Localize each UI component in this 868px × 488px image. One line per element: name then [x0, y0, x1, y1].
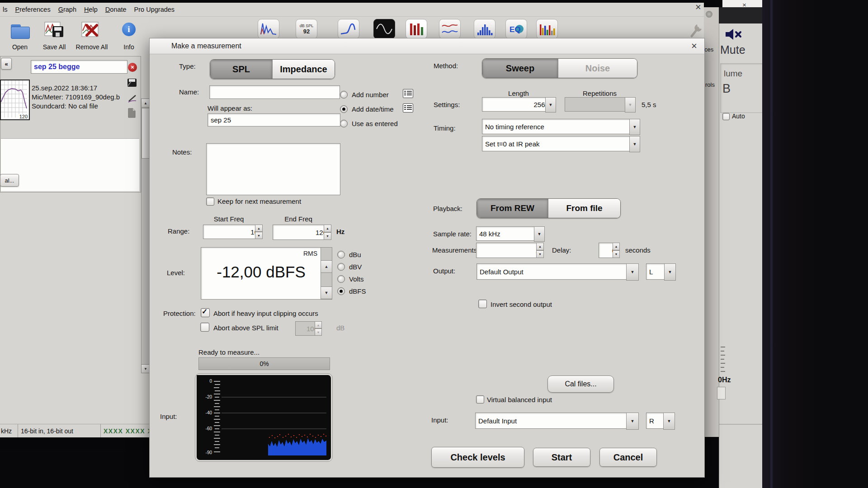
timing-reference-dropdown-icon[interactable] [629, 119, 640, 135]
save-all-button[interactable] [44, 22, 64, 39]
partial-button[interactable]: al... [0, 174, 19, 187]
input-select[interactable]: Default Input [475, 413, 632, 429]
playback-rew-button[interactable]: From REW [477, 199, 548, 218]
add-number-radio[interactable] [340, 91, 348, 99]
measurement-thumbnail[interactable]: 120 [0, 80, 30, 120]
end-freq-down-icon[interactable] [324, 232, 331, 240]
menu-item-graph[interactable]: Graph [58, 6, 76, 13]
start-freq-up-icon[interactable] [255, 225, 263, 232]
volts-radio[interactable] [337, 275, 345, 283]
notes-textarea[interactable] [206, 143, 340, 195]
level-display[interactable]: RMS -12,00 dBFS [201, 247, 321, 300]
auto-label[interactable]: Auto [732, 113, 745, 120]
menu-item-pro-upgrades[interactable]: Pro Upgrades [134, 6, 175, 13]
cal-files-button[interactable]: Cal files... [547, 375, 614, 393]
dbu-label[interactable]: dBu [349, 251, 361, 258]
sample-rate-dropdown-icon[interactable] [534, 226, 545, 242]
mute-label[interactable]: Mute [720, 43, 745, 56]
check-levels-button[interactable]: Check levels [431, 447, 524, 468]
delay-down-icon[interactable] [613, 250, 620, 258]
remove-all-button[interactable] [81, 22, 101, 39]
use-as-entered-radio[interactable] [340, 120, 348, 127]
timing-reference-select[interactable]: No timing reference [482, 119, 636, 134]
save-measurement-icon[interactable] [127, 78, 137, 88]
menu-item-donate[interactable]: Donate [105, 6, 127, 13]
scrollbar-thumb[interactable] [142, 108, 150, 159]
abort-spl-label[interactable]: Abort above SPL limit [213, 324, 278, 332]
dbfs-label[interactable]: dBFS [349, 287, 366, 295]
abort-spl-checkbox[interactable] [200, 323, 209, 332]
cancel-button[interactable]: Cancel [599, 448, 657, 467]
delay-up-icon[interactable] [613, 243, 620, 250]
method-sweep-button[interactable]: Sweep [482, 59, 558, 78]
rta-button[interactable] [474, 19, 495, 39]
number-format-icon[interactable] [403, 89, 413, 98]
name-input[interactable] [209, 85, 340, 99]
dbv-radio[interactable] [337, 263, 345, 271]
keep-label[interactable]: Keep for next measurement [217, 197, 301, 205]
wrench-icon[interactable] [689, 23, 703, 39]
levels-button[interactable] [406, 19, 427, 39]
invert-output-checkbox[interactable] [478, 300, 487, 308]
notes-doc-icon[interactable] [127, 108, 137, 118]
collapse-panel-button[interactable]: « [1, 58, 12, 70]
auto-checkbox[interactable] [722, 113, 730, 120]
main-window-close-icon[interactable] [695, 4, 701, 13]
end-freq-up-icon[interactable] [324, 225, 331, 232]
dialog-titlebar[interactable]: Make a measurement [150, 38, 704, 54]
measurements-down-icon[interactable] [536, 250, 544, 258]
spl-meter-button[interactable]: dB SPL 92 [296, 19, 317, 39]
overlay-button[interactable] [439, 19, 461, 39]
dialog-close-icon[interactable] [691, 42, 697, 52]
menu-item-preferences[interactable]: Preferences [15, 6, 50, 13]
delete-measurement-button[interactable]: × [128, 63, 137, 72]
menu-item-help[interactable]: Help [84, 6, 98, 13]
playback-file-button[interactable]: From file [548, 199, 620, 218]
end-freq-input[interactable]: 120 [273, 225, 330, 240]
datetime-format-icon[interactable] [403, 103, 413, 113]
output-dropdown-icon[interactable] [626, 263, 639, 281]
distortion-button[interactable] [536, 19, 558, 39]
invert-output-label[interactable]: Invert second output [491, 300, 552, 308]
length-select[interactable]: 256k [482, 97, 552, 112]
open-button[interactable] [11, 23, 29, 38]
method-noise-button[interactable]: Noise [558, 59, 637, 78]
measurement-name-field[interactable]: sep 25 begge [31, 60, 127, 74]
eq-button[interactable]: EQ [505, 19, 527, 39]
menu-item-fragment[interactable]: ls [3, 6, 7, 13]
abort-clipping-checkbox[interactable] [201, 308, 210, 317]
sample-rate-select[interactable]: 48 kHz [476, 226, 540, 241]
start-button[interactable]: Start [533, 448, 590, 467]
measurement-list-empty[interactable] [1, 138, 139, 191]
measurements-input[interactable]: 1 [476, 243, 542, 258]
volts-label[interactable]: Volts [349, 275, 364, 283]
input-channel-dropdown-icon[interactable] [663, 413, 675, 430]
virtual-balanced-checkbox[interactable] [476, 395, 484, 404]
start-freq-input[interactable]: 10 [203, 225, 261, 239]
scope-button[interactable] [373, 19, 395, 39]
add-number-label[interactable]: Add number [352, 91, 389, 99]
abort-clipping-label[interactable]: Abort if heavy input clipping occurs [213, 310, 318, 317]
timing-t0-select[interactable]: Set t=0 at IR peak [482, 136, 636, 151]
dbfs-radio[interactable] [337, 287, 345, 295]
keep-checkbox[interactable] [206, 197, 214, 206]
scroll-up-icon[interactable]: ▲ [141, 99, 150, 108]
use-as-entered-label[interactable]: Use as entered [352, 120, 398, 127]
measurements-up-icon[interactable] [536, 243, 544, 250]
start-freq-down-icon[interactable] [255, 232, 263, 239]
vertical-scrollbar[interactable]: ▲ ▼ [141, 99, 150, 373]
virtual-balanced-label[interactable]: Virtual balanced input [487, 396, 552, 404]
add-datetime-label[interactable]: Add date/time [352, 105, 394, 113]
level-up-icon[interactable]: ▲ [321, 260, 332, 273]
dbv-label[interactable]: dBV [349, 263, 362, 271]
output-channel-dropdown-icon[interactable] [664, 263, 676, 281]
type-impedance-button[interactable]: Impedance [272, 60, 335, 79]
dbu-radio[interactable] [337, 251, 345, 258]
output-select[interactable]: Default Output [476, 263, 632, 280]
input-dropdown-icon[interactable] [626, 413, 639, 430]
level-down-icon[interactable]: ▼ [321, 286, 332, 299]
add-datetime-radio[interactable] [340, 105, 348, 113]
edit-pencil-icon[interactable] [127, 94, 138, 103]
info-button[interactable]: i [122, 23, 136, 36]
timing-t0-dropdown-icon[interactable] [629, 136, 640, 152]
